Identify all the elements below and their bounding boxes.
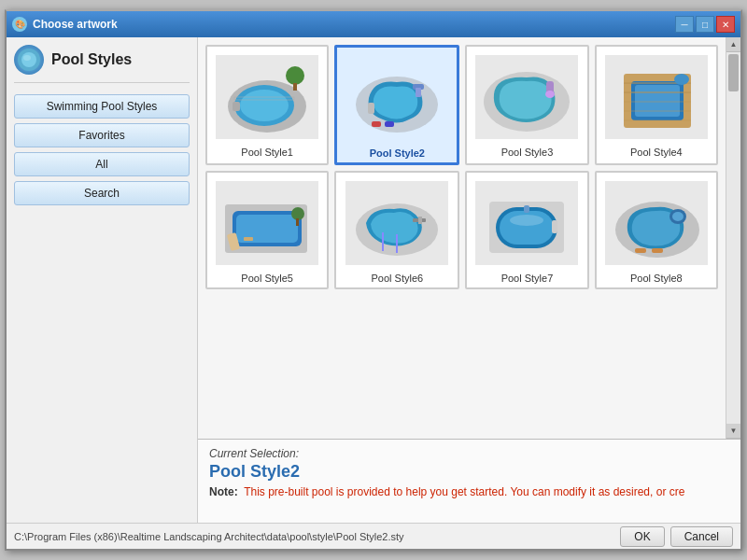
pool7-label: Pool Style7	[501, 273, 554, 284]
titlebar-controls: ─ □ ✕	[675, 16, 735, 33]
svg-rect-9	[293, 83, 297, 91]
pool6-label: Pool Style6	[372, 273, 424, 284]
sidebar-btn-favorites[interactable]: Favorites	[14, 123, 190, 147]
sidebar-btn-search[interactable]: Search	[14, 181, 190, 205]
sidebar-logo	[14, 45, 44, 75]
main-window: 🎨 Choose artwork ─ □ ✕ Pool Styles	[5, 9, 742, 551]
status-bar: C:\Program Files (x86)\Realtime Landscap…	[7, 523, 740, 549]
pool3-image	[471, 50, 583, 144]
svg-rect-17	[385, 121, 394, 127]
cancel-button[interactable]: Cancel	[670, 526, 733, 547]
current-selection-label: Current Selection:	[209, 447, 729, 460]
svg-rect-57	[635, 248, 646, 253]
scroll-down-arrow[interactable]: ▼	[726, 424, 740, 439]
note-content: This pre-built pool is provided to help …	[244, 485, 684, 498]
titlebar-left: 🎨 Choose artwork	[12, 17, 118, 32]
pool5-label: Pool Style5	[241, 273, 293, 284]
svg-point-31	[674, 74, 689, 85]
window-icon: 🎨	[12, 17, 27, 32]
pool2-label: Pool Style2	[370, 147, 425, 159]
pool3-label: Pool Style3	[501, 147, 554, 158]
maximize-button[interactable]: □	[696, 16, 714, 33]
scroll-up-arrow[interactable]: ▲	[726, 37, 740, 52]
pool1-image	[211, 50, 323, 144]
svg-point-21	[545, 91, 555, 98]
svg-point-38	[291, 207, 304, 220]
content-area: Pool Styles Swimming Pool Styles Favorit…	[7, 37, 740, 523]
pool8-image	[600, 176, 712, 270]
svg-point-2	[23, 55, 31, 61]
svg-rect-25	[635, 85, 680, 117]
pool8-label: Pool Style8	[630, 273, 683, 284]
svg-rect-14	[416, 88, 421, 97]
note-label: Note:	[209, 485, 238, 498]
svg-point-56	[672, 212, 684, 221]
sidebar-title: Pool Styles	[51, 51, 132, 68]
grid-item-pool4[interactable]: Pool Style4	[595, 45, 718, 165]
minimize-button[interactable]: ─	[675, 16, 694, 33]
titlebar: 🎨 Choose artwork ─ □ ✕	[7, 11, 740, 37]
grid-item-pool7[interactable]: Pool Style7	[465, 171, 588, 289]
svg-rect-50	[524, 205, 529, 213]
svg-rect-39	[296, 218, 299, 226]
svg-rect-16	[372, 121, 381, 127]
grid-container: Pool Style1	[205, 45, 718, 289]
pool6-image	[341, 176, 453, 270]
svg-rect-45	[418, 217, 422, 224]
grid-item-pool5[interactable]: Pool Style5	[205, 171, 329, 289]
note-text: Note: This pre-built pool is provided to…	[209, 485, 729, 498]
grid-item-pool1[interactable]: Pool Style1	[205, 45, 329, 165]
svg-point-8	[286, 66, 304, 85]
grid-item-pool6[interactable]: Pool Style6	[334, 171, 459, 289]
scroll-thumb[interactable]	[728, 54, 739, 91]
pool4-label: Pool Style4	[630, 147, 683, 158]
window-title: Choose artwork	[33, 18, 118, 31]
sidebar-btn-swimming-pool-styles[interactable]: Swimming Pool Styles	[14, 94, 190, 119]
grid-item-pool2[interactable]: Pool Style2	[334, 45, 459, 165]
pool4-image	[600, 50, 712, 144]
pool1-label: Pool Style1	[241, 147, 293, 158]
main-panel: Pool Style1	[198, 37, 740, 523]
grid-item-pool3[interactable]: Pool Style3	[465, 45, 588, 165]
svg-point-6	[240, 90, 289, 121]
current-selection-value: Pool Style2	[209, 462, 729, 482]
sidebar-header: Pool Styles	[14, 45, 190, 83]
grid-item-pool8[interactable]: Pool Style8	[595, 171, 718, 289]
pool5-image	[211, 176, 323, 270]
svg-point-51	[510, 215, 543, 226]
sidebar: Pool Styles Swimming Pool Styles Favorit…	[7, 37, 198, 523]
grid-area[interactable]: Pool Style1	[198, 37, 726, 439]
svg-rect-58	[652, 248, 663, 253]
pool7-image	[471, 176, 583, 270]
dialog-buttons: OK Cancel	[620, 526, 733, 547]
svg-rect-52	[552, 220, 557, 233]
svg-rect-15	[368, 103, 374, 114]
svg-rect-37	[244, 237, 253, 241]
bottom-panel: Current Selection: Pool Style2 Note: Thi…	[198, 439, 740, 523]
sidebar-btn-all[interactable]: All	[14, 152, 190, 176]
ok-button[interactable]: OK	[620, 526, 664, 547]
pool2-image	[341, 51, 453, 145]
svg-rect-7	[233, 102, 240, 111]
file-path: C:\Program Files (x86)\Realtime Landscap…	[14, 531, 404, 542]
scrollbar[interactable]: ▲ ▼	[726, 37, 740, 439]
close-button[interactable]: ✕	[716, 16, 735, 33]
